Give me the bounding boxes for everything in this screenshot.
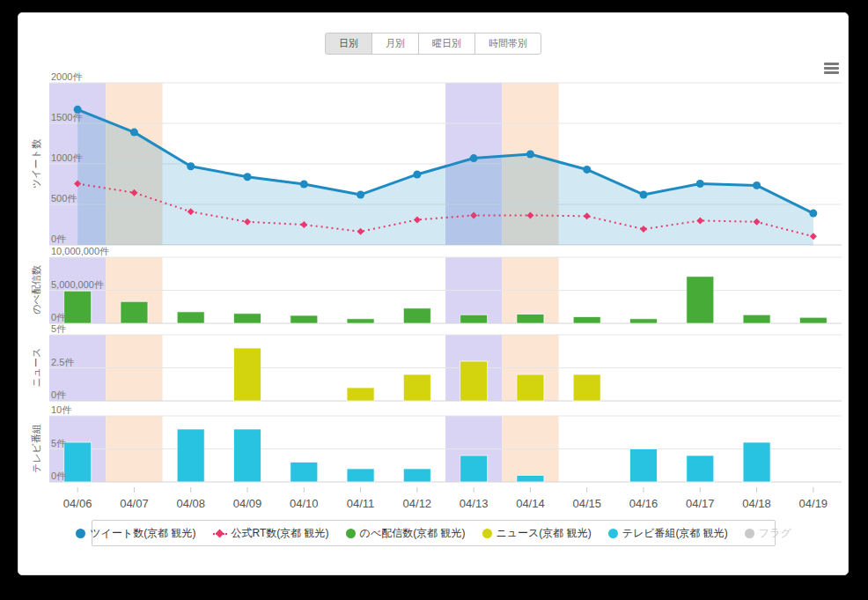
legend-item-0[interactable]: ツイート数(京都 観光) <box>76 526 195 541</box>
legend-marker-circle-icon <box>482 529 492 538</box>
area-fill <box>77 109 813 245</box>
dashboard-panel: 日別月別曜日別時間帯別 ツイート数 のべ配信数 ニュース テレビ番組 0件500… <box>18 12 849 575</box>
data-point[interactable] <box>583 166 591 174</box>
x-tick-label: 04/07 <box>120 497 149 510</box>
data-point[interactable] <box>809 210 817 218</box>
legend-marker-circle-icon <box>745 529 754 538</box>
legend-label: ツイート数(京都 観光) <box>90 526 195 541</box>
y-tick-label: 5件 <box>51 437 66 450</box>
x-tick-label: 04/15 <box>572 497 601 510</box>
bar-tv[interactable] <box>403 469 430 482</box>
x-tick-label: 04/06 <box>63 497 92 510</box>
data-point[interactable] <box>357 190 364 198</box>
y-tick-label: 5件 <box>51 322 66 336</box>
bar-tv[interactable] <box>177 429 204 482</box>
bar-distribution[interactable] <box>630 319 658 323</box>
legend-label: テレビ番組(京都 観光) <box>622 526 728 541</box>
bar-tv[interactable] <box>517 476 544 483</box>
y-tick-label: 0件 <box>51 233 66 246</box>
legend-marker-diamond-icon <box>213 529 227 537</box>
bar-tv[interactable] <box>630 449 658 483</box>
bar-tv[interactable] <box>460 456 488 482</box>
data-point[interactable] <box>244 173 252 181</box>
bar-news[interactable] <box>347 388 374 401</box>
bar-distribution[interactable] <box>460 315 488 323</box>
legend-item-1[interactable]: 公式RT数(京都 観光) <box>213 526 329 541</box>
bar-news[interactable] <box>403 374 430 401</box>
legend-marker-circle-icon <box>608 529 618 538</box>
bar-news[interactable] <box>460 361 488 401</box>
legend-label: のべ配信数(京都 観光) <box>360 526 466 541</box>
bar-distribution[interactable] <box>517 315 544 324</box>
data-point[interactable] <box>187 162 195 170</box>
data-point[interactable] <box>470 154 478 162</box>
x-tick-label: 04/13 <box>460 497 489 510</box>
y-axis-title-distribution: のべ配信数 <box>30 265 43 315</box>
chart-svg-tv <box>49 416 842 482</box>
data-point[interactable] <box>640 190 648 198</box>
legend-label: 公式RT数(京都 観光) <box>232 526 329 541</box>
y-axis-title-tweets: ツイート数 <box>30 139 43 189</box>
chart-svg-distribution <box>49 257 842 323</box>
legend-item-3[interactable]: ニュース(京都 観光) <box>482 526 592 541</box>
chart-context-menu-icon[interactable] <box>824 63 839 75</box>
data-point[interactable] <box>753 181 761 189</box>
bar-tv[interactable] <box>347 469 374 482</box>
bar-distribution[interactable] <box>743 315 770 323</box>
chart-tweets[interactable]: 0件500件1000件1500件2000件 <box>49 83 842 245</box>
x-tick-label: 04/18 <box>742 497 771 510</box>
x-tick-label: 04/12 <box>403 497 432 510</box>
bar-news[interactable] <box>234 348 261 401</box>
bar-tv[interactable] <box>234 429 261 482</box>
bar-distribution[interactable] <box>573 317 600 324</box>
bar-tv[interactable] <box>687 456 714 482</box>
bar-tv[interactable] <box>743 442 770 482</box>
data-point[interactable] <box>300 181 308 189</box>
x-tick-label: 04/19 <box>799 497 828 510</box>
bar-distribution[interactable] <box>64 291 92 323</box>
y-axis-title-tv: テレビ番組 <box>30 424 43 473</box>
chart-tv[interactable]: 0件5件10件 <box>49 416 842 482</box>
x-tick-label: 04/17 <box>686 497 715 510</box>
bar-tv[interactable] <box>64 442 92 482</box>
bar-distribution[interactable] <box>291 315 318 323</box>
period-tabbar: 日別月別曜日別時間帯別 <box>325 33 541 55</box>
y-axis-title-news: ニュース <box>30 348 43 388</box>
chart-news[interactable]: 0件2.5件5件 <box>49 335 842 401</box>
y-tick-label: 10,000,000件 <box>51 245 109 258</box>
data-point[interactable] <box>130 129 138 137</box>
bar-distribution[interactable] <box>687 277 714 323</box>
legend-label: ニュース(京都 観光) <box>497 526 592 541</box>
bar-news[interactable] <box>517 374 544 401</box>
bar-distribution[interactable] <box>403 308 430 323</box>
y-tick-label: 5,000,000件 <box>51 278 104 292</box>
legend-item-2[interactable]: のべ配信数(京都 観光) <box>346 526 466 541</box>
legend-item-5[interactable]: フラグ <box>745 526 791 541</box>
legend-marker-circle-icon <box>346 529 356 538</box>
legend-item-4[interactable]: テレビ番組(京都 観光) <box>608 526 728 541</box>
data-point[interactable] <box>526 150 534 158</box>
y-tick-label: 2000件 <box>51 70 82 84</box>
data-point[interactable] <box>696 180 704 188</box>
bar-distribution[interactable] <box>234 314 261 323</box>
bar-distribution[interactable] <box>121 301 148 323</box>
bar-distribution[interactable] <box>347 319 374 323</box>
y-tick-label: 1500件 <box>51 111 82 124</box>
tab-3[interactable]: 時間帯別 <box>474 33 541 55</box>
tab-0[interactable]: 日別 <box>325 33 372 55</box>
tab-2[interactable]: 曜日別 <box>418 33 475 55</box>
x-tick-label: 04/10 <box>290 497 319 510</box>
y-tick-label: 500件 <box>51 192 77 205</box>
y-tick-label: 2.5件 <box>51 356 74 369</box>
chart-distribution[interactable]: 0件5,000,000件10,000,000件 <box>49 257 842 323</box>
tab-1[interactable]: 月別 <box>371 33 419 55</box>
x-tick-label: 04/11 <box>347 497 375 510</box>
data-point[interactable] <box>413 170 421 178</box>
bar-news[interactable] <box>573 374 600 401</box>
bar-tv[interactable] <box>291 463 318 483</box>
x-tick-label: 04/14 <box>516 497 545 510</box>
bar-distribution[interactable] <box>799 317 827 323</box>
bar-distribution[interactable] <box>177 312 204 323</box>
x-tick-label: 04/09 <box>233 497 262 510</box>
chart-svg-tweets <box>49 83 842 245</box>
